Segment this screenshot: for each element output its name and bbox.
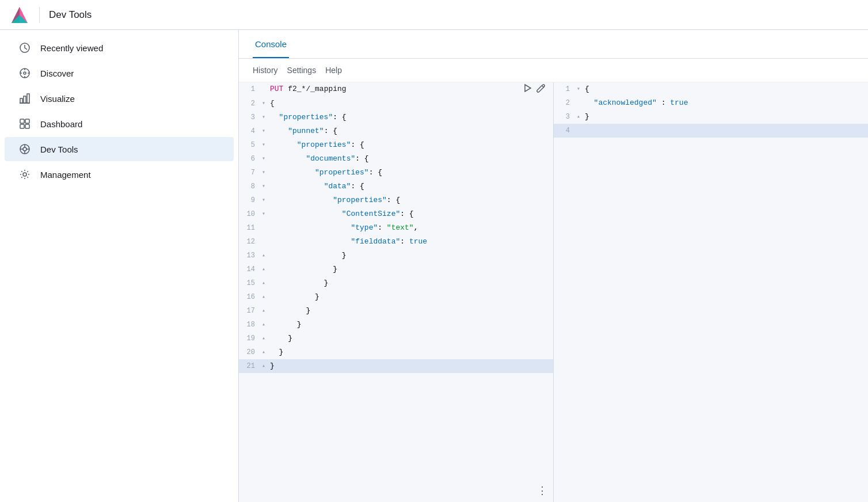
- fold-indicator-2[interactable]: ▾: [260, 97, 268, 110]
- editor-line-5: 5▾ "properties": {: [239, 138, 553, 152]
- svg-rect-14: [20, 119, 24, 123]
- line-actions: [522, 83, 553, 96]
- svg-point-5: [24, 72, 26, 74]
- clock-icon: [18, 41, 31, 54]
- fold-indicator-14[interactable]: ▴: [260, 263, 268, 276]
- editor-menu-button[interactable]: ⋮: [537, 486, 547, 496]
- editor-line-14: 14▴ }: [239, 263, 553, 276]
- editor-line-17: 17▴ }: [239, 304, 553, 318]
- line-content-7: "properties": {: [268, 166, 553, 179]
- sidebar-label-recently-viewed: Recently viewed: [40, 43, 103, 53]
- line-number-7: 7: [239, 166, 260, 179]
- line-content-19: }: [268, 332, 553, 345]
- line-number-14: 14: [239, 263, 260, 276]
- fold-indicator-6[interactable]: ▾: [260, 153, 268, 165]
- editor-line-12: 12 "fielddata": true: [239, 235, 553, 249]
- output-line-3: 3▴}: [554, 110, 868, 124]
- fold-indicator-10[interactable]: ▾: [260, 208, 268, 220]
- line-number-8: 8: [239, 180, 260, 193]
- fold-indicator-3[interactable]: ▾: [260, 111, 268, 124]
- line-content-13: }: [268, 249, 553, 262]
- sidebar-label-dashboard: Dashboard: [40, 119, 82, 129]
- fold-indicator-7[interactable]: ▾: [260, 166, 268, 179]
- sidebar-label-visualize: Visualize: [40, 94, 75, 104]
- sidebar-label-management: Management: [40, 170, 91, 180]
- out-content-3: }: [583, 111, 868, 123]
- sidebar-item-dev-tools[interactable]: Dev Tools: [5, 137, 234, 161]
- input-editor[interactable]: 1PUT f2_*/_mapping 2▾{3▾ "properties": {…: [239, 82, 554, 502]
- output-line-4: 4: [554, 124, 868, 138]
- wrench-button[interactable]: [536, 83, 546, 96]
- fold-indicator-8[interactable]: ▾: [260, 180, 268, 193]
- sidebar-item-dashboard[interactable]: Dashboard: [5, 112, 234, 136]
- sidebar-item-discover[interactable]: Discover: [5, 61, 234, 85]
- editor-container: 1PUT f2_*/_mapping 2▾{3▾ "properties": {…: [239, 82, 868, 502]
- fold-indicator-20[interactable]: ▴: [260, 346, 268, 359]
- out-content-1: {: [583, 83, 868, 96]
- line-number-10: 10: [239, 208, 260, 220]
- output-pane: 1▾{2 "acknowledged" : true3▴}4: [554, 82, 868, 502]
- sidebar-label-discover: Discover: [40, 69, 74, 78]
- out-content-2: "acknowledged" : true: [583, 97, 868, 109]
- svg-rect-10: [20, 98, 22, 103]
- editor-line-9: 9▾ "properties": {: [239, 193, 553, 207]
- fold-indicator-19[interactable]: ▴: [260, 332, 268, 345]
- header-title: Dev Tools: [49, 9, 92, 21]
- sidebar-item-recently-viewed[interactable]: Recently viewed: [5, 36, 234, 60]
- svg-marker-25: [525, 85, 531, 92]
- out-line-number-1: 1: [554, 83, 574, 96]
- svg-rect-16: [20, 124, 24, 128]
- play-button[interactable]: [522, 83, 532, 96]
- editor-line-13: 13▴ }: [239, 249, 553, 263]
- line-number-6: 6: [239, 153, 260, 165]
- bar-chart-icon: [18, 92, 31, 105]
- out-fold-3[interactable]: ▴: [574, 111, 583, 123]
- content-area: Console History Settings Help 1PUT f2_*/…: [239, 30, 868, 502]
- editor-line-20: 20▴ }: [239, 345, 553, 359]
- line-number-18: 18: [239, 318, 260, 331]
- svg-point-19: [23, 147, 26, 151]
- fold-indicator-4[interactable]: ▾: [260, 125, 268, 138]
- fold-indicator-13[interactable]: ▴: [260, 249, 268, 262]
- logo-svg: [9, 5, 30, 25]
- fold-indicator-21[interactable]: ▴: [260, 360, 268, 372]
- settings-button[interactable]: Settings: [287, 63, 317, 77]
- line-number-13: 13: [239, 249, 260, 262]
- out-line-number-2: 2: [554, 97, 574, 109]
- tab-console[interactable]: Console: [253, 30, 289, 58]
- line-number-17: 17: [239, 305, 260, 317]
- fold-indicator-18[interactable]: ▴: [260, 318, 268, 331]
- line-number-1: 1: [239, 83, 260, 96]
- svg-line-26: [542, 86, 544, 88]
- line-content-6: "documents": {: [268, 153, 553, 165]
- svg-point-24: [23, 173, 26, 176]
- line-number-9: 9: [239, 194, 260, 207]
- line-number-3: 3: [239, 111, 260, 124]
- editor-line-7: 7▾ "properties": {: [239, 166, 553, 180]
- editor-line-2: 2▾{: [239, 97, 553, 111]
- line-content-20: }: [268, 346, 553, 359]
- out-line-number-3: 3: [554, 111, 574, 123]
- line-number-12: 12: [239, 235, 260, 248]
- history-button[interactable]: History: [253, 63, 278, 77]
- top-header: Dev Tools: [0, 0, 868, 30]
- fold-indicator-16[interactable]: ▴: [260, 291, 268, 303]
- gear-icon: [18, 168, 31, 181]
- output-line-2: 2 "acknowledged" : true: [554, 96, 868, 110]
- fold-indicator-5[interactable]: ▾: [260, 139, 268, 151]
- out-fold-1[interactable]: ▾: [574, 83, 583, 96]
- help-button[interactable]: Help: [325, 63, 342, 77]
- line-number-11: 11: [239, 222, 260, 234]
- out-line-number-4: 4: [554, 124, 574, 137]
- line-number-15: 15: [239, 277, 260, 290]
- fold-indicator-17[interactable]: ▴: [260, 305, 268, 317]
- fold-indicator-15[interactable]: ▴: [260, 277, 268, 290]
- line-content-15: }: [268, 277, 553, 290]
- sidebar-item-management[interactable]: Management: [5, 162, 234, 187]
- kibana-logo: [9, 5, 30, 25]
- fold-indicator-9[interactable]: ▾: [260, 194, 268, 207]
- line-content-8: "data": {: [268, 180, 553, 193]
- dashboard-icon: [18, 117, 31, 130]
- sidebar-item-visualize[interactable]: Visualize: [5, 86, 234, 111]
- compass-icon: [18, 67, 31, 79]
